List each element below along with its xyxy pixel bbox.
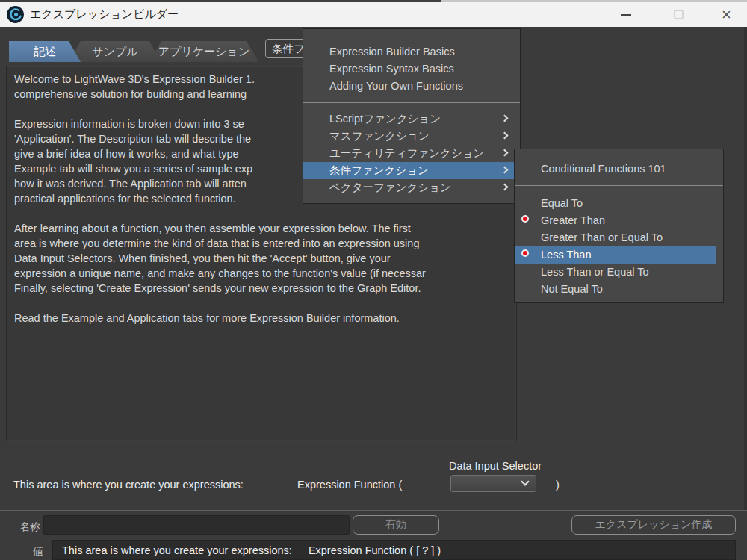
create-expression-button[interactable]: エクスプレッション作成 xyxy=(571,515,736,535)
menu-category-item[interactable]: マスファンクション xyxy=(303,128,520,145)
radio-dot-icon xyxy=(521,249,529,257)
menu-link-item[interactable]: Expression Builder Basics xyxy=(303,43,520,60)
menu-separator xyxy=(303,102,520,103)
conditional-submenu: Conditional Functions 101 Equal ToGreate… xyxy=(514,149,724,303)
window-right-edge xyxy=(744,27,747,560)
value-label: 値 xyxy=(33,545,43,559)
submenu-item[interactable]: Greater Than or Equal To xyxy=(515,229,723,246)
submenu-arrow-icon xyxy=(501,132,509,140)
submenu-arrow-icon xyxy=(501,184,509,191)
expression-name-input[interactable] xyxy=(43,515,350,535)
menu-category-item[interactable]: 条件ファンクション xyxy=(303,162,520,179)
expression-function-prefix: Expression Function ( xyxy=(297,479,402,491)
value-expression-text: Expression Function ( [ ? ] ) xyxy=(309,544,441,556)
minimize-button[interactable] xyxy=(605,2,647,27)
dropdown-chevron-icon xyxy=(521,477,529,485)
assembly-intro-text: This area is where you create your expre… xyxy=(13,479,244,491)
close-button[interactable]: × xyxy=(706,2,747,27)
description-text-line: Data Input Selectors. When finished, you… xyxy=(14,251,516,266)
maximize-button[interactable] xyxy=(657,2,699,27)
enable-button[interactable]: 有効 xyxy=(353,515,439,535)
description-text-line: expression a unique name, and make any c… xyxy=(14,266,516,281)
data-input-selector-label: Data Input Selector xyxy=(437,460,554,472)
submenu-item[interactable]: Greater Than xyxy=(515,212,723,229)
tab-application[interactable]: アプリケーション xyxy=(149,41,258,62)
menu-link-item[interactable]: Expression Syntax Basics xyxy=(303,60,520,78)
expression-value-field[interactable]: This area is where you create your expre… xyxy=(52,540,736,560)
tab-sample[interactable]: サンプル xyxy=(69,41,161,62)
submenu-item[interactable]: Less Than or Equal To xyxy=(515,264,723,281)
description-text-line: Finally, selecting 'Create Expression' s… xyxy=(14,281,516,296)
name-label: 名称 xyxy=(19,520,40,534)
menu-category-item[interactable]: LScriptファンクション xyxy=(303,111,520,128)
submenu-separator xyxy=(515,185,723,186)
titlebar: エクスプレッションビルダー × xyxy=(0,2,747,27)
menu-categories-group: LScriptファンクションマスファンクションユーティリティファンクション条件フ… xyxy=(303,111,520,196)
submenu-items-group: Equal ToGreater ThanGreater Than or Equa… xyxy=(515,195,723,298)
expression-function-suffix: ) xyxy=(556,479,560,491)
maximize-icon xyxy=(674,10,684,19)
submenu-arrow-icon xyxy=(501,167,509,174)
description-text-line: area is where you determine the kind of … xyxy=(14,236,516,251)
menu-links-group: Expression Builder BasicsExpression Synt… xyxy=(303,43,520,95)
submenu-arrow-icon xyxy=(501,115,509,122)
window-title: エクスプレッションビルダー xyxy=(30,7,179,22)
submenu-item[interactable]: Less Than xyxy=(515,246,716,264)
value-intro-text: This area is where you create your expre… xyxy=(62,544,292,556)
app-logo-icon xyxy=(6,5,25,24)
radio-dot-icon xyxy=(521,215,529,223)
submenu-title[interactable]: Conditional Functions 101 xyxy=(515,161,723,177)
submenu-item[interactable]: Equal To xyxy=(515,195,723,212)
submenu-item[interactable]: Not Equal To xyxy=(515,281,723,298)
description-text-line xyxy=(14,296,516,311)
menu-category-item[interactable]: ベクターファンクション xyxy=(303,179,520,196)
menu-link-item[interactable]: Adding Your Own Functions xyxy=(303,78,520,95)
description-text-line xyxy=(14,206,516,221)
minimize-icon xyxy=(621,14,631,16)
submenu-arrow-icon xyxy=(501,149,509,157)
description-text-line: Read the Example and Application tabs fo… xyxy=(14,311,516,326)
menu-category-item[interactable]: ユーティリティファンクション xyxy=(303,145,520,162)
data-input-selector-dropdown[interactable] xyxy=(450,475,536,492)
function-popup-menu: Expression Builder BasicsExpression Synt… xyxy=(303,28,521,204)
description-text-line: After learning about a function, you the… xyxy=(14,221,516,236)
tab-description[interactable]: 記述 xyxy=(9,41,81,62)
